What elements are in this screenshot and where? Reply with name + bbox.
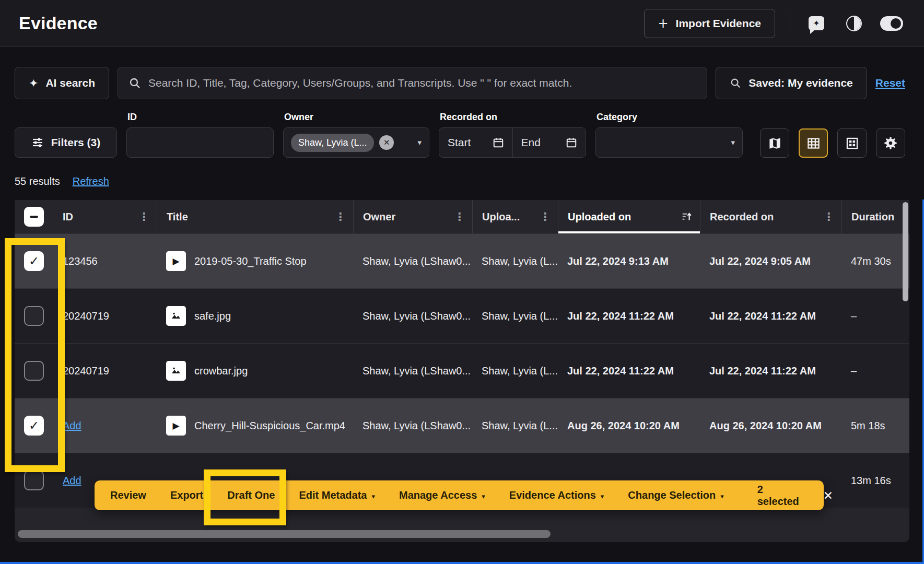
row-checkbox[interactable] xyxy=(24,471,44,490)
row-checkbox[interactable]: ✓ xyxy=(24,416,44,436)
row-owner: Shaw, Lyvia (LShaw0... xyxy=(353,420,472,432)
row-owner: Shaw, Lyvia (LShaw0... xyxy=(353,255,472,267)
import-evidence-button[interactable]: + Import Evidence xyxy=(644,9,776,38)
remove-owner-icon[interactable]: ✕ xyxy=(379,135,394,150)
row-checkbox[interactable]: ✓ xyxy=(24,251,44,271)
row-id-cell: Add xyxy=(53,420,157,432)
recorded-filter-label: Recorded on xyxy=(440,112,586,123)
video-icon: ▶ xyxy=(166,416,186,436)
grid-icon xyxy=(845,136,859,150)
row-title: safe.jpg xyxy=(194,310,231,322)
row-uploaded-on: Jul 22, 2024 11:22 AM xyxy=(558,365,700,377)
id-filter-input[interactable] xyxy=(134,137,266,149)
row-uploaded-by: Shaw, Lyvia (L... xyxy=(472,255,558,267)
action-edit-metadata-button[interactable]: Edit Metadata▾ xyxy=(299,489,375,501)
row-title: crowbar.jpg xyxy=(194,365,248,377)
column-header-recorded-on[interactable]: Recorded on ⋮ xyxy=(700,200,841,233)
close-icon[interactable]: ✕ xyxy=(823,489,833,502)
table-row[interactable]: 20240719crowbar.jpgShaw, Lyvia (LShaw0..… xyxy=(15,343,909,398)
reset-link[interactable]: Reset xyxy=(875,67,905,99)
table-row[interactable]: ✓123456▶2019-05-30_Traffic StopShaw, Lyv… xyxy=(15,233,909,288)
row-uploaded-by: Shaw, Lyvia (L... xyxy=(472,365,558,377)
row-duration: – xyxy=(841,365,909,377)
filters-button[interactable]: Filters (3) xyxy=(15,127,117,158)
row-select-cell: ✓ xyxy=(15,416,53,436)
column-menu-icon[interactable]: ⋮ xyxy=(454,210,465,223)
row-id-cell: 123456 xyxy=(53,255,157,267)
saved-search-button[interactable]: Saved: My evidence xyxy=(716,67,867,99)
table-row[interactable]: ✓Add▶Cherry_Hill-Suspicious_Car.mp4Shaw,… xyxy=(15,398,909,453)
action-draft-one-button[interactable]: Draft One xyxy=(227,489,275,501)
row-select-cell: ✓ xyxy=(15,251,53,271)
column-menu-icon[interactable]: ⋮ xyxy=(335,210,346,223)
row-recorded-on: Jul 22, 2024 11:22 AM xyxy=(700,365,841,377)
calendar-icon xyxy=(566,137,577,148)
chevron-down-icon: ▾ xyxy=(601,492,604,500)
plus-icon: + xyxy=(658,17,669,30)
ai-search-button[interactable]: ✦ AI search xyxy=(15,67,109,99)
column-header-title[interactable]: Title ⋮ xyxy=(157,200,353,233)
row-checkbox[interactable] xyxy=(24,306,44,326)
chevron-down-icon[interactable]: ▾ xyxy=(417,138,422,147)
selected-count: 2 selected xyxy=(757,484,799,508)
owner-filter-label: Owner xyxy=(284,112,429,123)
map-icon xyxy=(768,136,782,150)
row-owner: Shaw, Lyvia (LShaw0... xyxy=(353,365,472,377)
row-uploaded-by: Shaw, Lyvia (L... xyxy=(472,310,558,322)
import-evidence-label: Import Evidence xyxy=(676,17,761,30)
add-id-link[interactable]: Add xyxy=(63,420,81,431)
end-date-label: End xyxy=(521,136,541,149)
select-all-checkbox[interactable] xyxy=(24,207,44,227)
select-all-cell xyxy=(15,200,53,233)
chevron-down-icon: ▾ xyxy=(482,492,485,500)
table-header: ID ⋮ Title ⋮ Owner ⋮ Uploa... ⋮ Uploaded… xyxy=(15,200,909,233)
grid-view-button[interactable] xyxy=(837,128,867,158)
action-review-button[interactable]: Review xyxy=(110,489,146,501)
row-recorded-on: Jul 22, 2024 11:22 AM xyxy=(700,310,841,322)
end-date-input[interactable]: End xyxy=(512,128,586,157)
window-edge-bottom xyxy=(0,562,924,564)
column-menu-icon[interactable]: ⋮ xyxy=(138,210,149,223)
column-header-id[interactable]: ID ⋮ xyxy=(53,200,157,233)
filters-label: Filters (3) xyxy=(51,136,101,149)
column-header-owner[interactable]: Owner ⋮ xyxy=(353,200,472,233)
theme-toggle[interactable] xyxy=(880,12,903,35)
gear-icon xyxy=(883,136,898,150)
category-select[interactable]: ▾ xyxy=(595,127,743,158)
table-view-button[interactable] xyxy=(799,128,828,158)
action-evidence-actions-button[interactable]: Evidence Actions▾ xyxy=(509,489,604,501)
image-icon xyxy=(166,361,186,381)
add-id-link[interactable]: Add xyxy=(63,475,81,486)
row-select-cell xyxy=(15,361,53,381)
horizontal-scrollbar[interactable] xyxy=(18,530,551,538)
settings-button[interactable] xyxy=(876,128,905,158)
column-menu-icon[interactable]: ⋮ xyxy=(540,210,551,223)
search-box[interactable] xyxy=(118,67,707,99)
vertical-scrollbar[interactable] xyxy=(903,202,908,301)
action-change-selection-button[interactable]: Change Selection▾ xyxy=(628,489,723,501)
owner-chip: Shaw, Lyvia (L... xyxy=(291,134,374,152)
action-export-button[interactable]: Export xyxy=(170,489,203,501)
feedback-icon[interactable]: ✦ xyxy=(805,12,828,35)
owner-filter[interactable]: Shaw, Lyvia (L... ✕ ▾ xyxy=(283,127,429,158)
row-duration: 13m 16s xyxy=(841,475,909,487)
row-title: 2019-05-30_Traffic Stop xyxy=(194,255,307,267)
start-date-input[interactable]: Start xyxy=(439,128,512,157)
action-manage-access-button[interactable]: Manage Access▾ xyxy=(399,489,485,501)
results-count: 55 results xyxy=(15,175,60,187)
video-icon: ▶ xyxy=(166,251,186,271)
contrast-icon[interactable] xyxy=(843,12,865,35)
column-menu-icon[interactable]: ⋮ xyxy=(823,210,834,223)
row-title-cell: ▶2019-05-30_Traffic Stop xyxy=(157,251,353,271)
column-header-uploaded-by[interactable]: Uploa... ⋮ xyxy=(472,200,558,233)
id-filter-label: ID xyxy=(127,112,274,123)
table-row[interactable]: 20240719safe.jpgShaw, Lyvia (LShaw0...Sh… xyxy=(15,288,909,343)
column-header-duration[interactable]: Duration xyxy=(841,200,909,233)
refresh-link[interactable]: Refresh xyxy=(73,175,109,187)
row-select-cell xyxy=(15,471,53,490)
ai-search-label: AI search xyxy=(45,77,95,89)
search-input[interactable] xyxy=(148,77,696,89)
column-header-uploaded-on[interactable]: Uploaded on xyxy=(558,200,700,233)
row-checkbox[interactable] xyxy=(24,361,44,381)
map-view-button[interactable] xyxy=(760,128,789,158)
